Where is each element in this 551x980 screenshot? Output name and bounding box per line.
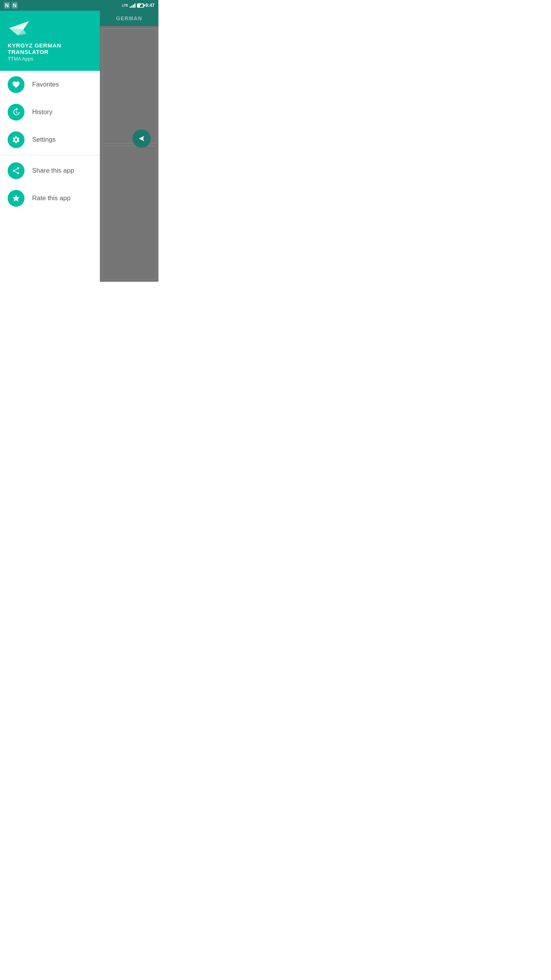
svg-marker-0 [9,21,29,29]
share-icon [12,167,20,175]
status-bar: N N LTE 9:47 [0,0,158,11]
main-body [100,26,158,282]
status-left-icons: N N [4,2,18,9]
primary-menu-group: Favorites History [0,71,100,154]
main-container: KYRGYZ GERMAN TRANSLATOR TTMA Apps Favor… [0,11,158,282]
menu-item-share[interactable]: Share this app [0,157,100,185]
source-text-area[interactable] [102,28,156,144]
navigation-drawer: KYRGYZ GERMAN TRANSLATOR TTMA Apps Favor… [0,11,100,282]
share-icon-circle [8,162,24,179]
main-toolbar: GERMAN [100,11,158,26]
main-content: GERMAN [100,11,158,282]
menu-item-rate[interactable]: Rate this app [0,185,100,212]
share-label: Share this app [32,167,74,175]
target-text-area[interactable] [102,146,156,279]
app-logo [8,18,31,38]
history-icon-circle [8,104,24,121]
settings-label: Settings [32,136,55,144]
secondary-menu-group: Share this app Rate this app [0,157,100,212]
lte-icon: LTE [122,3,128,7]
app-name: KYRGYZ GERMAN TRANSLATOR [8,42,92,55]
history-label: History [32,108,52,116]
drawer-header: KYRGYZ GERMAN TRANSLATOR TTMA Apps [0,11,100,71]
rate-icon-circle [8,190,24,207]
star-icon [12,194,20,203]
clock-icon [12,108,20,116]
menu-item-favorites[interactable]: Favorites [0,71,100,98]
drawer-menu: Favorites History [0,71,100,282]
menu-item-settings[interactable]: Settings [0,126,100,154]
rate-label: Rate this app [32,194,70,202]
status-time: 9:47 [145,3,155,8]
status-right-icons: LTE 9:47 [122,3,155,8]
settings-icon-circle [8,131,24,148]
favorites-icon-circle [8,76,24,93]
menu-divider [0,155,100,155]
battery-icon [137,3,144,8]
toolbar-language-title: GERMAN [116,15,142,21]
signal-icon [130,3,135,8]
heart-icon [12,80,20,89]
notification-icon-1: N [4,2,10,9]
translate-fab-button[interactable] [132,129,151,148]
svg-marker-3 [139,136,144,141]
notification-icon-2: N [11,2,18,9]
menu-item-history[interactable]: History [0,98,100,126]
app-developer: TTMA Apps [8,56,92,62]
app-info: KYRGYZ GERMAN TRANSLATOR TTMA Apps [8,42,92,62]
gear-icon [12,136,20,144]
favorites-label: Favorites [32,81,59,88]
